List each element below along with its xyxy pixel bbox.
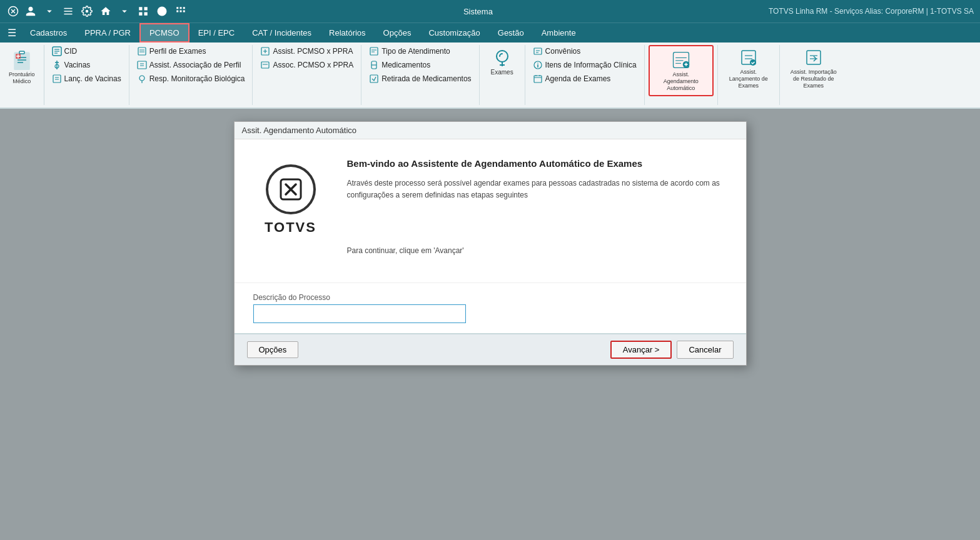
resp-monitor-icon xyxy=(137,74,147,84)
assist-assoc-label: Assist. Associação de Perfil xyxy=(149,61,241,69)
ribbon-section-exames-items: Convênios Itens de Informação Clínica Ag… xyxy=(525,45,645,105)
modal-action-bar: Opções Avançar > Cancelar xyxy=(235,333,746,365)
ribbon-btn-agenda-exames[interactable]: Agenda de Exames xyxy=(529,72,640,85)
menu-epi[interactable]: EPI / EPC xyxy=(189,23,244,42)
ribbon-btn-assoc-pcmso-ppra[interactable]: Assoc. PCMSO x PPRA xyxy=(256,59,357,71)
svg-rect-61 xyxy=(534,76,542,82)
ribbon-btn-assist-assoc[interactable]: Assist. Associação de Perfil xyxy=(133,59,249,71)
exames-label: Exames xyxy=(491,69,513,76)
svg-rect-15 xyxy=(180,11,182,12)
menu-cat[interactable]: CAT / Incidentes xyxy=(243,23,320,42)
ribbon-btn-tipo-atend[interactable]: Tipo de Atendimento xyxy=(365,45,475,58)
assist-lanc-icon xyxy=(739,48,759,68)
svg-rect-12 xyxy=(180,7,182,9)
itens-info-label: Itens de Informação Clínica xyxy=(545,61,637,69)
medicamentos-icon xyxy=(369,60,379,70)
menu-cadastros[interactable]: Cadastros xyxy=(21,23,76,42)
ribbon-cadastros-list: CID Vacinas Lanç. de Vacinas xyxy=(48,45,125,85)
lanc-vacinas-icon xyxy=(52,74,62,84)
user-icon[interactable] xyxy=(24,4,38,18)
assoc-pcmso-ppra-label: Assoc. PCMSO x PPRA xyxy=(273,61,353,69)
app-logo-icon[interactable] xyxy=(6,4,20,18)
ribbon-btn-itens-info[interactable]: Itens de Informação Clínica xyxy=(529,59,640,71)
menu-pcmso[interactable]: PCMSO xyxy=(139,23,189,42)
svg-point-52 xyxy=(497,51,508,62)
ribbon-btn-retirada-med[interactable]: Retirada de Medicamentos xyxy=(365,72,475,85)
opcoes-button[interactable]: Opções xyxy=(247,341,299,358)
itens-info-icon xyxy=(533,60,543,70)
home-icon[interactable] xyxy=(99,4,113,18)
svg-rect-55 xyxy=(534,48,542,54)
prontuario-icon xyxy=(12,50,32,70)
settings2-icon[interactable] xyxy=(80,4,94,18)
grid-icon[interactable] xyxy=(136,4,150,18)
ribbon-btn-convenios[interactable]: Convênios xyxy=(529,45,640,58)
assist-imp-icon xyxy=(804,48,824,68)
menu-gestao[interactable]: Gestão xyxy=(489,23,533,42)
modal-overlay: Assit. Agendamento Automático TOTVS xyxy=(0,109,980,540)
top-toolbar-icons xyxy=(24,4,188,18)
svg-rect-32 xyxy=(53,75,61,82)
lanc-vacinas-label: Lanç. de Vacinas xyxy=(64,74,121,83)
svg-rect-14 xyxy=(176,11,178,12)
svg-rect-18 xyxy=(19,51,24,54)
modal-logo: TOTVS xyxy=(253,158,328,264)
ribbon-cadastros-items: CID Vacinas Lanç. de Vacinas xyxy=(48,45,125,105)
ribbon-btn-assist-lanc[interactable]: Assist. Lançamento de Exames xyxy=(722,45,775,91)
ribbon-btn-vacinas[interactable]: Vacinas xyxy=(48,59,125,71)
globe-icon[interactable] xyxy=(155,4,169,18)
ribbon-section-atendimento: Tipo de Atendimento Medicamentos Retirad… xyxy=(361,45,479,105)
perfil-exames-label: Perfil de Exames xyxy=(149,47,206,56)
modal-footer-input: Descrição do Processo xyxy=(235,282,746,333)
dropdown-user-icon[interactable] xyxy=(43,4,56,18)
ribbon-btn-prontuario[interactable]: ProntuárioMédico xyxy=(4,48,40,88)
ribbon-btn-assist-imp[interactable]: Assist. Importação de Resultado de Exame… xyxy=(784,45,844,91)
ribbon-btn-assist-pcmso-ppra[interactable]: Assist. PCMSO x PPRA xyxy=(256,45,357,58)
totvs-logo-circle xyxy=(266,164,316,214)
cancelar-button[interactable]: Cancelar xyxy=(677,341,733,359)
ribbon-btn-lanc-vacinas[interactable]: Lanç. de Vacinas xyxy=(48,72,125,85)
assoc-pcmso-ppra-icon xyxy=(260,60,270,70)
main-area: Assit. Agendamento Automático TOTVS xyxy=(0,109,980,540)
menu-relatorios[interactable]: Relatórios xyxy=(320,23,375,42)
ribbon-btn-medicamentos[interactable]: Medicamentos xyxy=(365,59,475,71)
hamburger-menu[interactable]: ☰ xyxy=(3,23,21,42)
svg-rect-35 xyxy=(138,48,146,55)
retirada-med-label: Retirada de Medicamentos xyxy=(381,74,471,83)
ribbon-section-assist-agend: Assist. Agendamento Automático xyxy=(645,45,718,105)
menu-ppra[interactable]: PPRA / PGR xyxy=(76,23,139,42)
assist-lanc-label: Assist. Lançamento de Exames xyxy=(727,69,770,89)
top-bar: Sistema TOTVS Linha RM - Serviços Alias:… xyxy=(0,0,980,22)
ribbon-btn-cid[interactable]: CID xyxy=(48,45,125,58)
svg-rect-3 xyxy=(64,14,73,15)
ribbon-section-sidebar: ProntuárioMédico xyxy=(0,45,44,105)
modal-instruction: Para continuar, clique em 'Avançar' xyxy=(347,245,727,257)
ribbon-btn-assist-agend-auto[interactable]: Assist. Agendamento Automático xyxy=(649,45,714,96)
menu-customizacao[interactable]: Customização xyxy=(420,23,488,42)
desc-input[interactable] xyxy=(253,304,466,323)
ribbon-section-exames-btn: Exames xyxy=(480,45,525,105)
perfil-exames-icon xyxy=(137,46,147,56)
svg-point-60 xyxy=(537,62,538,64)
header-info: TOTVS Linha RM - Serviços Alias: Corpore… xyxy=(769,7,974,16)
menu-opcoes[interactable]: Opções xyxy=(375,23,420,42)
avancar-button[interactable]: Avançar > xyxy=(610,341,672,359)
assist-agend-icon xyxy=(671,50,691,70)
ribbon-btn-resp-monitor[interactable]: Resp. Monitoração Biológica xyxy=(133,72,249,85)
svg-rect-5 xyxy=(139,7,142,10)
ribbon-btn-exames[interactable]: Exames xyxy=(483,45,521,79)
svg-rect-16 xyxy=(183,11,185,12)
svg-point-4 xyxy=(86,10,89,13)
pcmso1-list: Perfil de Exames Assist. Associação de P… xyxy=(133,45,249,85)
svg-rect-7 xyxy=(139,12,142,16)
dropdown-home-icon[interactable] xyxy=(118,4,131,18)
menu-ambiente[interactable]: Ambiente xyxy=(533,23,585,42)
svg-rect-44 xyxy=(261,62,269,68)
app-title: Sistema xyxy=(463,7,493,16)
apps-icon[interactable] xyxy=(174,4,188,18)
convenios-label: Convênios xyxy=(545,47,581,56)
settings1-icon[interactable] xyxy=(61,4,75,18)
cid-icon xyxy=(52,46,62,56)
modal-content-text: Bem-vindo ao Assistente de Agendamento A… xyxy=(347,158,727,264)
ribbon-btn-perfil-exames[interactable]: Perfil de Exames xyxy=(133,45,249,58)
